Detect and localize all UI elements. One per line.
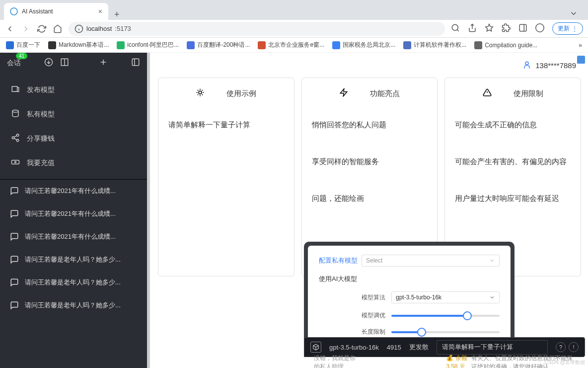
browser-tab[interactable]: AI Assistant ×: [4, 3, 108, 20]
chat-icon: [10, 186, 19, 195]
sidebar-nav-item[interactable]: 私有模型: [0, 102, 147, 126]
extensions-icon[interactable]: [502, 23, 511, 34]
card-row[interactable]: 悄悄回答您的私人问题: [312, 119, 428, 131]
close-icon[interactable]: ×: [98, 7, 102, 15]
nav-icon: [11, 158, 20, 168]
url-port: :5173: [115, 25, 131, 32]
algo-select[interactable]: gpt-3.5-turbo-16k: [391, 291, 500, 303]
bookmark-item[interactable]: 百度一下: [6, 41, 40, 49]
reload-button[interactable]: [37, 24, 47, 34]
nav-icon: [11, 85, 20, 95]
bookmark-favicon: [258, 41, 266, 49]
svg-point-21: [16, 139, 19, 142]
svg-rect-24: [12, 160, 19, 164]
svg-line-4: [457, 29, 458, 31]
card-row[interactable]: 可能会产生有害的、有偏见的内容: [455, 156, 571, 168]
card-row[interactable]: 可能会生成不正确的信息: [455, 119, 571, 131]
card-icon: [196, 88, 207, 99]
sidebar-header: 会话 41: [0, 53, 147, 74]
profile-icon[interactable]: [535, 23, 544, 34]
model-cube-icon[interactable]: [310, 342, 321, 353]
forward-button[interactable]: [21, 24, 31, 34]
card-row[interactable]: 用户量过大时响应可能会有延迟: [455, 192, 571, 204]
bookmark-item[interactable]: 北京市企业服务e窗...: [258, 41, 324, 49]
session-label: 会话 41: [7, 59, 21, 68]
resize-handle[interactable]: [147, 53, 150, 368]
bookmark-item[interactable]: Compilation guide...: [474, 41, 537, 49]
chat-icon: [10, 278, 19, 287]
chat-icon: [10, 301, 19, 310]
chat-history-item[interactable]: 请问王若馨2021年有什么成绩...: [0, 202, 147, 225]
svg-line-23: [14, 138, 16, 140]
svg-marker-5: [486, 24, 493, 31]
session-badge: 41: [16, 53, 27, 59]
panel-icon[interactable]: [518, 23, 527, 34]
svg-line-35: [202, 90, 203, 91]
card-row[interactable]: 问题，还能绘画: [312, 192, 428, 204]
chevron-down-icon: [489, 294, 495, 300]
balance-label: 💰 余额 3.58 元: [446, 354, 471, 368]
length-slider[interactable]: [391, 331, 500, 333]
sidebar-nav-item[interactable]: 发布模型: [0, 78, 147, 102]
chat-history-item[interactable]: 请问王若馨2021年有什么成绩...: [0, 180, 147, 202]
bookmark-item[interactable]: Markdown基本语...: [48, 41, 109, 49]
card-row[interactable]: 享受同样的智能服务: [312, 156, 428, 168]
chat-history-item[interactable]: 请问王若馨是老年人吗？她多少...: [0, 248, 147, 271]
bookmark-favicon: [48, 41, 56, 49]
browser-tab-strip: AI Assistant × +: [0, 0, 588, 20]
chevron-down-icon: [489, 258, 495, 264]
bookmark-item[interactable]: 国家税务总局北京...: [332, 41, 395, 49]
collapse-sidebar-icon[interactable]: [131, 58, 140, 69]
temperature-mode[interactable]: 更发散: [409, 343, 429, 352]
svg-point-3: [452, 24, 458, 30]
chat-history-item[interactable]: 请问王若馨是老年人吗？她多少...: [0, 294, 147, 317]
svg-line-34: [198, 94, 199, 95]
user-info[interactable]: 138****7889: [151, 53, 588, 78]
grid-icon[interactable]: [577, 56, 585, 64]
svg-line-32: [198, 90, 199, 91]
new-chat-button[interactable]: [99, 58, 108, 69]
bookmarks-overflow[interactable]: »: [579, 42, 582, 49]
algo-label: 模型算法: [362, 293, 391, 302]
user-icon: [522, 61, 531, 70]
card-row[interactable]: 请简单解释一下量子计算: [168, 119, 284, 131]
nav-icon: [11, 133, 20, 144]
update-button[interactable]: 更新 ⋮: [552, 22, 583, 35]
info-icon: [74, 24, 83, 33]
search-icon[interactable]: [451, 23, 460, 34]
chat-history-item[interactable]: 请问王若馨是老年人吗？她多少...: [0, 271, 147, 294]
home-button[interactable]: [53, 24, 63, 34]
chevron-down-icon[interactable]: [563, 9, 584, 20]
footer-tagline: 没错，我就是你的私人助理: [314, 354, 357, 368]
back-button[interactable]: [5, 24, 15, 34]
bookmark-favicon: [117, 41, 125, 49]
private-model-select[interactable]: Select: [362, 255, 500, 267]
chat-history-item[interactable]: 请问王若馨2021年有什么成绩...: [0, 225, 147, 248]
tune-slider[interactable]: [391, 315, 500, 317]
private-model-label[interactable]: 配置私有模型: [319, 256, 362, 265]
card-title: 功能亮点: [370, 89, 400, 98]
use-model-label: 使用AI大模型: [319, 275, 362, 283]
tune-label: 模型调优: [362, 311, 391, 320]
bookmark-favicon: [6, 41, 14, 49]
share-icon[interactable]: [468, 23, 477, 34]
bookmark-item[interactable]: 计算机软件著作权...: [403, 41, 466, 49]
sidebar-nav-item[interactable]: 我要充值: [0, 151, 147, 175]
download-icon[interactable]: [44, 58, 53, 69]
bookmark-item[interactable]: 百度翻译-200种语...: [187, 41, 250, 49]
card-title: 使用示例: [226, 89, 256, 98]
columns-icon[interactable]: [60, 58, 69, 69]
bookmark-item[interactable]: iconfont-阿里巴巴...: [117, 41, 179, 49]
star-icon[interactable]: [485, 23, 494, 34]
svg-point-20: [12, 137, 14, 139]
sidebar-nav-item[interactable]: 分享赚钱: [0, 126, 147, 151]
address-bar[interactable]: localhost:5173: [69, 22, 445, 36]
svg-rect-15: [132, 59, 139, 66]
alert-icon[interactable]: !: [569, 342, 579, 352]
current-model[interactable]: gpt-3.5-turbo-16k: [329, 344, 379, 351]
user-phone: 138****7889: [535, 61, 576, 70]
message-input[interactable]: [437, 340, 548, 355]
help-icon[interactable]: ?: [556, 342, 566, 352]
bookmarks-bar: 百度一下Markdown基本语...iconfont-阿里巴巴...百度翻译-2…: [0, 38, 588, 53]
new-tab-button[interactable]: +: [108, 9, 126, 20]
